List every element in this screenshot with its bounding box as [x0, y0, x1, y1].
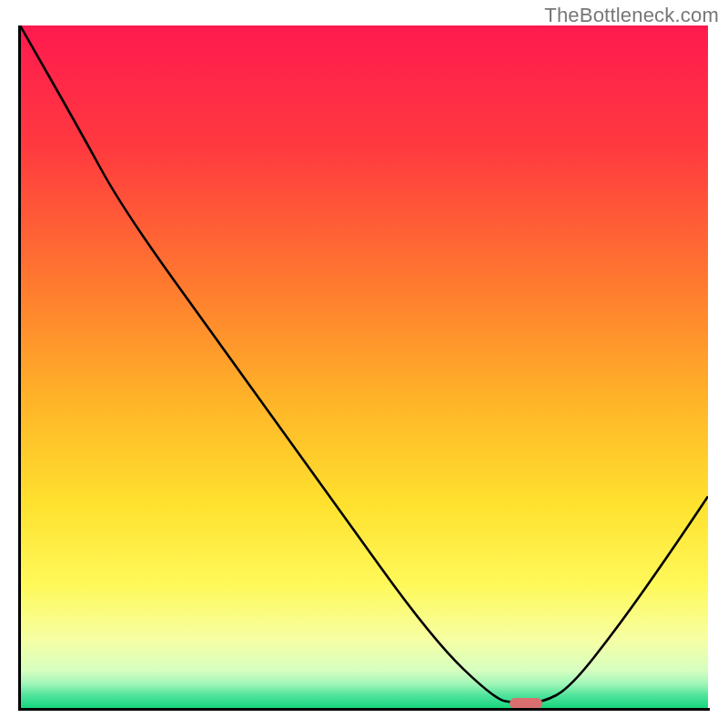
optimal-point-marker — [510, 698, 542, 708]
plot-area — [20, 25, 708, 708]
y-axis — [18, 25, 21, 710]
chart-container: TheBottleneck.com — [0, 0, 728, 728]
x-axis — [18, 708, 710, 711]
watermark-text: TheBottleneck.com — [544, 4, 719, 27]
bottleneck-curve — [20, 25, 708, 708]
